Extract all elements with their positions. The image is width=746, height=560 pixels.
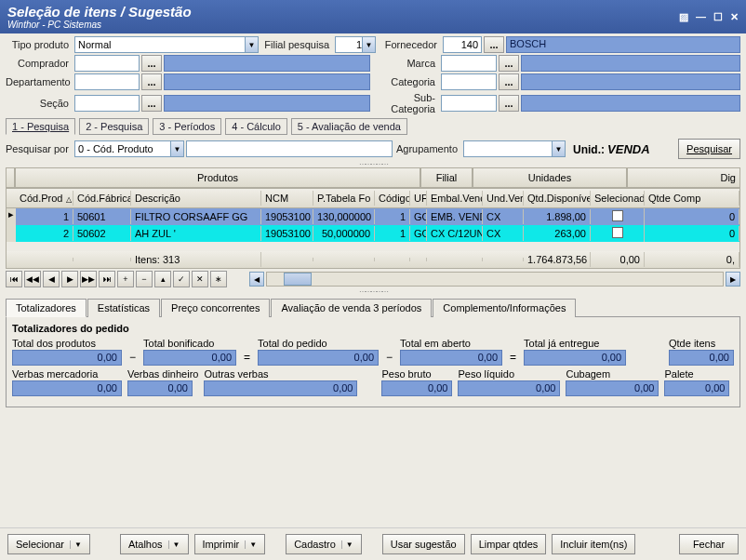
- pesquisar-input[interactable]: [186, 140, 393, 157]
- col-cod-fabrica[interactable]: Cód.Fábrica: [73, 191, 131, 206]
- horizontal-scrollbar[interactable]: [266, 272, 724, 287]
- subcategoria-input[interactable]: [441, 95, 497, 112]
- agrupamento-select[interactable]: ▼: [463, 140, 566, 157]
- categoria-input[interactable]: [441, 73, 497, 90]
- categoria-lookup-button[interactable]: ...: [499, 73, 519, 90]
- fornecedor-lookup-button[interactable]: ...: [484, 36, 504, 53]
- tab-pesquisa-1[interactable]: 1 - Pesquisa: [6, 118, 75, 135]
- window-subtitle: Winthor - PC Sistemas: [7, 20, 192, 30]
- col-embal[interactable]: Embal.Venc: [427, 191, 483, 206]
- marca-lookup-button[interactable]: ...: [499, 55, 519, 72]
- secao-input[interactable]: [74, 95, 140, 112]
- minimize-icon[interactable]: —: [696, 11, 706, 23]
- splitter[interactable]: [6, 160, 740, 167]
- grid-group-headers: Produtos Filial Unidades Dig: [6, 167, 740, 188]
- scroll-thumb[interactable]: [284, 273, 312, 286]
- nav-last-button[interactable]: ⏭: [99, 271, 115, 287]
- tab-estatisticas[interactable]: Estatísticas: [87, 299, 160, 317]
- col-uf[interactable]: UF: [410, 191, 427, 206]
- tab-avaliacao-venda[interactable]: 5 - Avaliação de venda: [291, 118, 407, 135]
- group-header-dig[interactable]: Dig: [627, 167, 740, 188]
- secao-lookup-button[interactable]: ...: [141, 95, 162, 112]
- pesquisar-por-select[interactable]: 0 - Cód. Produto▼: [74, 140, 184, 157]
- col-ptabela[interactable]: P.Tabela Fo: [313, 191, 375, 206]
- group-header-produtos[interactable]: Produtos: [15, 167, 420, 188]
- limpar-qtdes-button[interactable]: Limpar qtdes: [471, 534, 547, 554]
- categoria-label: Categoria: [372, 76, 439, 87]
- row-checkbox[interactable]: [612, 227, 623, 238]
- maximize-icon[interactable]: ☐: [713, 11, 723, 23]
- group-header-filial[interactable]: Filial: [420, 167, 473, 188]
- cadastro-button[interactable]: Cadastro▼: [286, 534, 362, 554]
- filial-select[interactable]: 1▼: [335, 36, 376, 53]
- incluir-item-button[interactable]: Incluir item(ns): [552, 534, 635, 554]
- tab-complemento[interactable]: Complemento/Informações: [433, 299, 576, 317]
- nav-delete-button[interactable]: −: [136, 271, 153, 287]
- tipo-produto-label: Tipo produto: [6, 39, 73, 50]
- scroll-right-button[interactable]: ▶: [726, 272, 740, 287]
- row-checkbox[interactable]: [612, 210, 623, 221]
- pesquisar-button[interactable]: Pesquisar: [678, 139, 740, 159]
- usar-sugestao-button[interactable]: Usar sugestão: [382, 534, 465, 554]
- col-qtd-disp[interactable]: Qtd.Disponível: [524, 191, 591, 206]
- departamento-label: Departamento: [6, 76, 73, 87]
- departamento-name-field: [164, 73, 370, 90]
- nav-next-button[interactable]: ▶: [61, 271, 78, 287]
- comprador-lookup-button[interactable]: ...: [141, 55, 162, 72]
- col-descricao[interactable]: Descrição: [131, 191, 261, 206]
- col-qtde-comp[interactable]: Qtde Comp: [645, 191, 739, 206]
- nav-post-button[interactable]: ✓: [173, 271, 190, 287]
- imprimir-button[interactable]: Imprimir▼: [194, 534, 266, 554]
- nav-edit-button[interactable]: ▴: [154, 271, 171, 287]
- cubagem-value: 0,00: [566, 380, 659, 396]
- nav-next-page-button[interactable]: ▶▶: [80, 271, 97, 287]
- secao-label: Seção: [6, 98, 73, 109]
- chevron-down-icon[interactable]: ▼: [362, 37, 375, 52]
- col-cod-prod[interactable]: Cód.Prod △: [16, 191, 73, 206]
- nav-refresh-button[interactable]: ∗: [210, 271, 227, 287]
- total-pedido-value: 0,00: [258, 350, 379, 366]
- col-ncm[interactable]: NCM: [261, 191, 313, 206]
- detail-tabs: Totalizadores Estatísticas Preço concorr…: [6, 299, 740, 317]
- splitter[interactable]: [6, 287, 740, 295]
- totals-title: Totalizadores do pedido: [12, 323, 734, 334]
- subcategoria-lookup-button[interactable]: ...: [499, 95, 519, 112]
- chevron-down-icon[interactable]: ▼: [552, 141, 565, 156]
- nav-prev-page-button[interactable]: ◀◀: [24, 271, 41, 287]
- tab-calculo[interactable]: 4 - Cálculo: [225, 118, 287, 135]
- col-codigo[interactable]: Código: [375, 191, 410, 206]
- total-aberto-value: 0,00: [400, 350, 502, 366]
- tab-preco-concorrentes[interactable]: Preço concorrentes: [161, 299, 270, 317]
- col-selecionado[interactable]: Selecionado: [591, 191, 645, 206]
- departamento-lookup-button[interactable]: ...: [141, 73, 162, 90]
- tab-pesquisa-2[interactable]: 2 - Pesquisa: [79, 118, 149, 135]
- table-row[interactable]: ▸ 1 50601 FILTRO CORSAAFF GG 19053100 13…: [7, 208, 739, 225]
- fornecedor-input[interactable]: [443, 36, 482, 53]
- marca-label: Marca: [372, 58, 439, 69]
- fechar-button[interactable]: Fechar: [679, 534, 739, 554]
- tab-totalizadores[interactable]: Totalizadores: [6, 299, 87, 317]
- grid-navigator: ⏮ ◀◀ ◀ ▶ ▶▶ ⏭ + − ▴ ✓ ✕ ∗ ◀ ▶: [6, 271, 740, 287]
- col-und[interactable]: Und.Ver: [483, 191, 524, 206]
- chevron-down-icon[interactable]: ▼: [245, 37, 258, 52]
- comprador-input[interactable]: [74, 55, 140, 72]
- marca-input[interactable]: [441, 55, 497, 72]
- tipo-produto-select[interactable]: Normal▼: [74, 36, 259, 53]
- scroll-left-button[interactable]: ◀: [249, 272, 264, 287]
- group-header-unidades[interactable]: Unidades: [473, 167, 627, 188]
- tab-avaliacao-3-periodos[interactable]: Avaliação de venda 3 períodos: [271, 299, 432, 317]
- nav-add-button[interactable]: +: [117, 271, 134, 287]
- edit-icon[interactable]: ▨: [679, 11, 688, 23]
- tab-periodos[interactable]: 3 - Períodos: [153, 118, 221, 135]
- chevron-down-icon[interactable]: ▼: [170, 141, 183, 156]
- total-produtos-value: 0,00: [12, 350, 122, 366]
- table-row[interactable]: 2 50602 AH ZUL ' 19053100 50,000000 1 GO…: [7, 225, 739, 242]
- selecionar-button[interactable]: Selecionar▼: [7, 534, 90, 554]
- departamento-input[interactable]: [74, 73, 140, 90]
- nav-cancel-button[interactable]: ✕: [192, 271, 208, 287]
- nav-prev-button[interactable]: ◀: [43, 271, 60, 287]
- nav-first-button[interactable]: ⏮: [6, 271, 22, 287]
- close-icon[interactable]: ✕: [730, 11, 739, 23]
- atalhos-button[interactable]: Atalhos▼: [120, 534, 189, 554]
- secao-name-field: [164, 95, 370, 112]
